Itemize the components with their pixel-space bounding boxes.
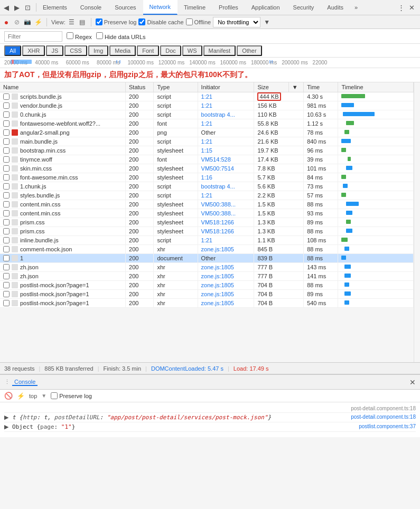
- table-row[interactable]: prism.css200stylesheetVM518:12661.3 KB89…: [0, 218, 414, 227]
- console-close-button[interactable]: ✕: [409, 378, 416, 387]
- expand-arrow-2[interactable]: ▶: [4, 423, 8, 430]
- table-row[interactable]: prism.css200stylesheetVM518:12661.3 KB88…: [0, 227, 414, 236]
- type-btn-img[interactable]: Img: [88, 45, 108, 56]
- table-row[interactable]: 1.chunk.js200scriptbootstrap 4...5.6 KB7…: [0, 182, 414, 191]
- console-clear-icon[interactable]: 🚫: [4, 392, 13, 400]
- row-checkbox[interactable]: [3, 246, 10, 252]
- row-initiator-link[interactable]: 1:21: [201, 102, 212, 109]
- row-initiator-link[interactable]: VM514:528: [201, 156, 231, 163]
- tab-timeline[interactable]: Timeline: [178, 0, 212, 15]
- row-checkbox[interactable]: [3, 183, 10, 190]
- hide-data-urls-checkbox[interactable]: [96, 32, 103, 39]
- stop-record-button[interactable]: ⊘: [13, 18, 21, 26]
- table-row[interactable]: 0.chunk.js200scriptbootstrap 4...110 KB1…: [0, 110, 414, 119]
- tab-application[interactable]: Application: [245, 0, 287, 15]
- col-timeline[interactable]: Timeline: [338, 82, 414, 92]
- preceding-file-ref[interactable]: post-detail.component.ts:18: [351, 406, 416, 411]
- table-row[interactable]: styles.bundle.js200script1:212.2 KB57 ms: [0, 191, 414, 200]
- table-row[interactable]: bootstrap.min.css200stylesheet1:1519.7 K…: [0, 146, 414, 155]
- tab-sources[interactable]: Sources: [108, 0, 143, 15]
- row-checkbox[interactable]: [3, 165, 10, 172]
- row-checkbox[interactable]: [3, 93, 10, 100]
- row-checkbox[interactable]: [3, 228, 10, 234]
- table-row[interactable]: font-awesome.min.css200stylesheet1:165.7…: [0, 173, 414, 182]
- row-checkbox[interactable]: [3, 300, 10, 306]
- row-initiator-link[interactable]: 1:15: [201, 147, 212, 154]
- table-row[interactable]: postlist-mock.json?page=1200xhrzone.js:1…: [0, 290, 414, 299]
- type-btn-media[interactable]: Media: [109, 45, 136, 56]
- row-checkbox[interactable]: [3, 237, 10, 243]
- table-row[interactable]: inline.bundle.js200script1:211.1 KB108 m…: [0, 236, 414, 245]
- nav-dock-icon[interactable]: ⊡: [23, 3, 32, 12]
- type-btn-js[interactable]: JS: [46, 45, 63, 56]
- row-initiator-link[interactable]: 1:16: [201, 174, 212, 181]
- nav-back-icon[interactable]: ◀: [2, 3, 11, 12]
- row-initiator-link[interactable]: 1:21: [201, 237, 212, 243]
- row-initiator-link[interactable]: zone.js:1805: [201, 300, 234, 306]
- console-preserve-checkbox[interactable]: [51, 392, 58, 399]
- table-row[interactable]: vendor.bundle.js200script1:21156 KB981 m…: [0, 101, 414, 110]
- row-checkbox[interactable]: [3, 138, 10, 145]
- row-checkbox[interactable]: [3, 174, 10, 181]
- row-initiator-link[interactable]: zone.js:1805: [201, 264, 234, 270]
- table-row[interactable]: postlist-mock.json?page=1200xhrzone.js:1…: [0, 299, 414, 308]
- col-size[interactable]: Size: [254, 82, 288, 92]
- type-btn-css[interactable]: CSS: [64, 45, 87, 56]
- nav-more-button[interactable]: »: [350, 4, 362, 11]
- table-row[interactable]: 1200documentOther839 B88 ms: [0, 254, 414, 263]
- console-line-1-file[interactable]: post-detail.component.ts:18: [351, 414, 416, 421]
- tab-security[interactable]: Security: [287, 0, 321, 15]
- row-initiator-link[interactable]: VM500:7514: [201, 165, 234, 172]
- row-checkbox[interactable]: [3, 156, 10, 163]
- row-initiator-link[interactable]: VM518:1266: [201, 228, 234, 234]
- table-row[interactable]: content.min.css200stylesheetVM500:388...…: [0, 209, 414, 218]
- filter-input[interactable]: [4, 31, 62, 42]
- expand-arrow-1[interactable]: ▶: [4, 414, 8, 420]
- table-row[interactable]: angular2-small.png200pngOther24.6 KB78 m…: [0, 128, 414, 137]
- type-btn-ws[interactable]: WS: [182, 45, 202, 56]
- preserve-log-label[interactable]: Preserve log: [104, 19, 137, 25]
- row-checkbox[interactable]: [3, 201, 10, 208]
- disable-cache-label[interactable]: Disable cache: [147, 19, 183, 25]
- row-initiator-link[interactable]: zone.js:1805: [201, 246, 234, 252]
- scrollbar[interactable]: [414, 82, 420, 362]
- row-checkbox[interactable]: [3, 192, 10, 199]
- col-size-sort[interactable]: ▼: [288, 82, 303, 92]
- hide-data-urls-option[interactable]: Hide data URLs: [96, 32, 146, 40]
- tab-network[interactable]: Network: [143, 0, 178, 15]
- preserve-log-checkbox[interactable]: [96, 18, 102, 25]
- table-row[interactable]: postlist-mock.json?page=1200xhrzone.js:1…: [0, 281, 414, 290]
- network-table-scroll[interactable]: Name Status Type Initiator Size ▼ Time T…: [0, 82, 414, 362]
- list-view-icon[interactable]: ☰: [68, 18, 76, 26]
- type-btn-other[interactable]: Other: [237, 45, 262, 56]
- row-initiator-link[interactable]: VM518:1266: [201, 219, 234, 225]
- regex-option[interactable]: Regex: [67, 32, 92, 40]
- row-checkbox[interactable]: [3, 291, 10, 297]
- row-checkbox[interactable]: [3, 129, 10, 136]
- tab-console[interactable]: Console: [74, 0, 108, 15]
- record-button[interactable]: ●: [2, 18, 11, 26]
- table-row[interactable]: fontawesome-webfont.woff2?...200font1:21…: [0, 119, 414, 128]
- type-btn-manifest[interactable]: Manifest: [203, 45, 236, 56]
- table-row[interactable]: zh.json200xhrzone.js:1805777 B143 ms: [0, 263, 414, 272]
- clear-button[interactable]: ⚡: [34, 18, 42, 26]
- regex-checkbox[interactable]: [67, 32, 73, 39]
- row-checkbox[interactable]: [3, 219, 10, 225]
- row-checkbox[interactable]: [3, 120, 10, 127]
- col-initiator[interactable]: Initiator: [198, 82, 254, 92]
- table-row[interactable]: skin.min.css200stylesheetVM500:75147.8 K…: [0, 164, 414, 173]
- row-initiator-link[interactable]: zone.js:1805: [201, 291, 234, 297]
- devtools-close-icon[interactable]: ✕: [407, 3, 416, 12]
- row-checkbox[interactable]: [3, 102, 10, 109]
- row-checkbox[interactable]: [3, 255, 10, 261]
- throttling-select[interactable]: No throttling Fast 3G Slow 3G: [213, 17, 260, 27]
- console-drag-handle[interactable]: ⋮: [4, 379, 10, 385]
- table-row[interactable]: comment-mock.json200xhrzone.js:1805845 B…: [0, 245, 414, 254]
- tab-audits[interactable]: Audits: [321, 0, 350, 15]
- tab-profiles[interactable]: Profiles: [212, 0, 245, 15]
- type-btn-all[interactable]: All: [4, 45, 21, 56]
- row-initiator-link[interactable]: 1:21: [201, 192, 212, 199]
- console-preserve-label[interactable]: Preserve log: [59, 393, 92, 399]
- row-initiator-link[interactable]: 1:21: [201, 120, 212, 127]
- tab-elements[interactable]: Elements: [36, 0, 74, 15]
